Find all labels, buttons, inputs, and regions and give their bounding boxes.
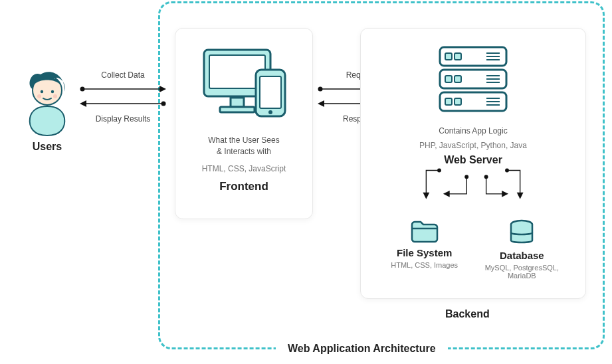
svg-point-17 [268,110,272,114]
file-system-title: File System [379,247,469,258]
user-icon [21,64,74,137]
arrows-users-frontend: Collect Data Display Results [80,66,166,128]
svg-marker-47 [517,193,524,199]
file-system-block: File System HTML, CSS, Images [379,219,469,280]
frontend-desc2: & Interacts with [183,146,304,157]
svg-marker-49 [502,191,508,197]
svg-rect-26 [455,53,461,60]
backend-tech: PHP, JavaScript, Python, Java [369,141,577,150]
svg-rect-37 [445,98,452,105]
arrow-collect-data-label: Collect Data [80,70,166,80]
svg-point-1 [41,90,43,93]
backend-label: Backend [445,308,490,320]
svg-rect-14 [220,107,255,112]
svg-rect-25 [445,53,452,60]
svg-rect-16 [260,76,281,108]
svg-rect-38 [455,98,461,105]
frontend-desc1: What the User Sees [183,135,304,146]
arrow-right-icon [80,85,166,93]
svg-marker-45 [443,191,450,197]
backend-contains: Contains App Logic [369,126,577,137]
users-label: Users [11,141,84,153]
arrow-left-icon [80,100,166,108]
svg-point-4 [53,94,57,98]
architecture-title: Web Application Architecture [276,340,448,357]
database-tech: MySQL, PostgresSQL, MariaDB [477,264,567,280]
server-icon [433,43,513,116]
svg-point-2 [51,90,54,93]
svg-point-3 [37,94,41,98]
backend-card: Contains App Logic PHP, JavaScript, Pyth… [360,28,586,299]
web-server-title: Web Server [369,154,577,166]
svg-marker-7 [159,86,166,92]
database-block: Database MySQL, PostgresSQL, MariaDB [477,219,567,280]
file-system-tech: HTML, CSS, Images [379,261,469,269]
users-block: Users [11,64,84,153]
svg-rect-32 [455,76,461,82]
svg-rect-31 [445,76,452,82]
database-icon [508,219,535,246]
svg-point-10 [161,102,166,106]
server-sub-arrows [369,167,577,201]
database-title: Database [477,250,567,261]
devices-icon [197,43,290,123]
svg-marker-43 [423,193,429,199]
frontend-tech: HTML, CSS, JavaScript [183,164,304,173]
folder-icon [410,219,439,243]
svg-rect-13 [231,98,244,107]
arrow-display-results-label: Display Results [80,114,166,124]
frontend-title: Frontend [183,180,304,193]
frontend-card: What the User Sees & Interacts with HTML… [175,28,313,219]
